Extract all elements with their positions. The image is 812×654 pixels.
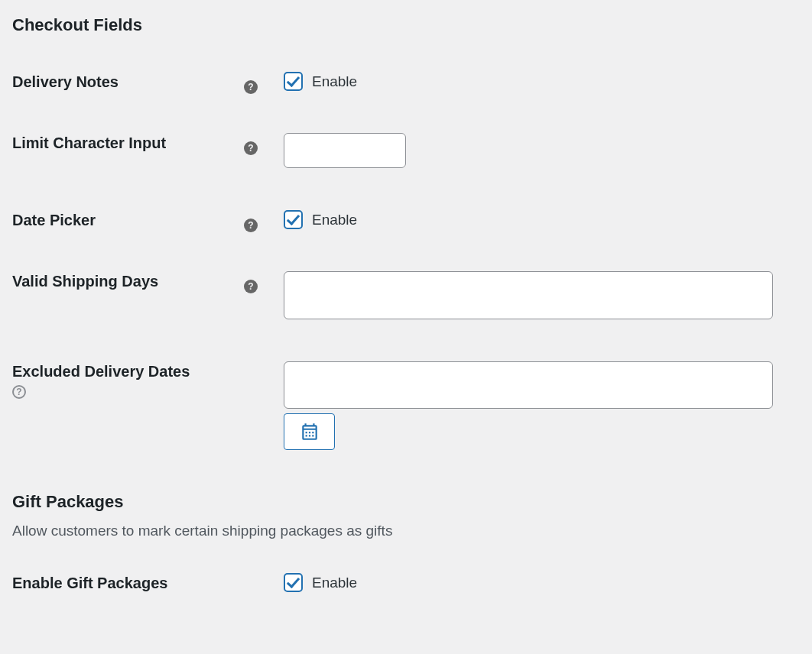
label-enable-gift-packages: Enable Gift Packages [12,575,167,592]
help-icon[interactable] [244,219,258,232]
section-title-gift-packages: Gift Packages [12,492,800,512]
row-valid-shipping-days: Valid Shipping Days [12,271,800,319]
help-icon[interactable] [12,385,26,399]
calendar-button[interactable] [284,413,335,450]
help-icon[interactable] [244,80,258,94]
row-date-picker: Date Picker Enable [12,210,800,229]
enable-gift-packages-checkbox-label: Enable [312,575,357,591]
calendar-icon [300,422,320,442]
date-picker-checkbox-label: Enable [312,212,357,228]
row-limit-character-input: Limit Character Input [12,133,800,168]
section-title-checkout-fields: Checkout Fields [12,15,800,35]
help-icon[interactable] [244,141,258,155]
row-enable-gift-packages: Enable Gift Packages Enable [12,573,800,592]
help-icon[interactable] [244,280,258,293]
label-limit-character-input: Limit Character Input [12,134,166,152]
label-valid-shipping-days: Valid Shipping Days [12,273,158,290]
label-delivery-notes: Delivery Notes [12,73,119,91]
section-desc-gift-packages: Allow customers to mark certain shipping… [12,523,800,539]
row-delivery-notes: Delivery Notes Enable [12,72,800,91]
enable-gift-packages-checkbox[interactable] [284,573,303,592]
label-date-picker: Date Picker [12,212,96,229]
delivery-notes-checkbox[interactable] [284,72,303,91]
label-excluded-delivery-dates: Excluded Delivery Dates [12,363,258,380]
row-excluded-delivery-dates: Excluded Delivery Dates [12,361,800,450]
valid-shipping-days-field[interactable] [284,271,773,319]
excluded-delivery-dates-field[interactable] [284,361,773,409]
limit-character-input-field[interactable] [284,133,406,168]
date-picker-checkbox[interactable] [284,210,303,229]
delivery-notes-checkbox-label: Enable [312,73,357,90]
